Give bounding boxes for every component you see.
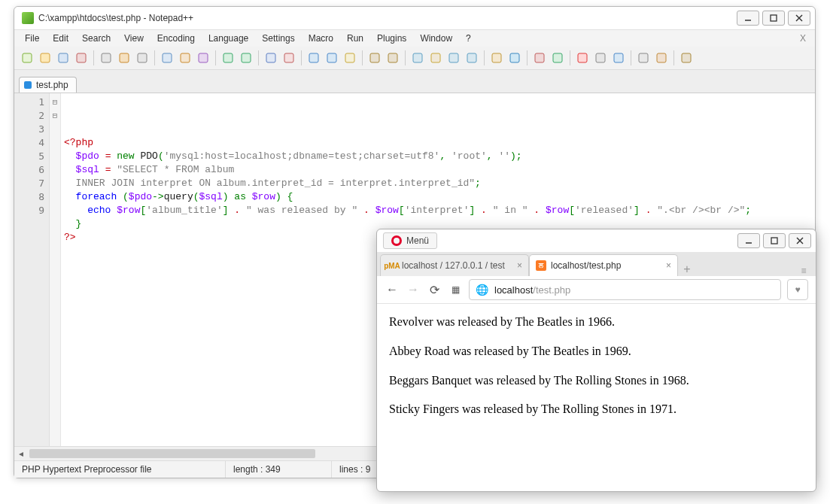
menubar-close-icon[interactable]: X (795, 32, 810, 45)
titlebar[interactable]: C:\xampp\htdocs\test.php - Notepad++ (14, 7, 815, 30)
svg-rect-20 (345, 53, 354, 62)
toolbar-button-5[interactable] (98, 50, 114, 66)
toolbar-button-16[interactable] (263, 50, 279, 66)
file-tab[interactable]: test.php (19, 77, 77, 93)
code-line[interactable]: $pdo = new PDO('mysql:host=localhost;dbn… (64, 150, 810, 163)
toolbar-button-14[interactable] (238, 50, 254, 66)
panels-button[interactable]: ≡ (795, 266, 813, 276)
toolbar-button-24[interactable] (385, 50, 401, 66)
menubar: FileEditSearchViewEncodingLanguageSettin… (14, 30, 815, 47)
toolbar-button-38[interactable] (592, 50, 609, 66)
toolbar-button-11[interactable] (195, 50, 211, 66)
toolbar-button-29[interactable] (464, 50, 480, 66)
scrollbar-thumb[interactable] (29, 449, 315, 458)
svg-rect-36 (682, 53, 691, 62)
toolbar-button-39[interactable] (610, 50, 627, 66)
toolbar-separator (405, 50, 406, 65)
menu-macro[interactable]: Macro (303, 32, 339, 45)
browser-maximize-button[interactable] (763, 233, 786, 248)
bookmark-button[interactable]: ♥ (787, 279, 808, 300)
speed-dial-button[interactable]: ▦ (448, 284, 463, 295)
forward-button[interactable]: → (406, 283, 421, 296)
code-line[interactable]: $sql = "SELECT * FROM album (64, 163, 810, 177)
toolbar-button-23[interactable] (366, 50, 383, 66)
menu-view[interactable]: View (118, 32, 150, 45)
toolbar-separator (527, 50, 527, 65)
toolbar-button-17[interactable] (281, 50, 297, 66)
reload-button[interactable]: ⟳ (427, 283, 442, 297)
tab-close-icon[interactable]: × (666, 260, 671, 271)
toolbar-button-44[interactable] (678, 50, 695, 66)
browser-content: Revolver was released by The Beatles in … (377, 304, 816, 491)
scroll-left-arrow[interactable]: ◂ (14, 447, 28, 460)
toolbar-button-7[interactable] (134, 50, 150, 66)
output-line: Abbey Road was released by The Beatles i… (389, 344, 804, 360)
menu-search[interactable]: Search (76, 32, 117, 45)
tab-close-icon[interactable]: × (517, 260, 522, 271)
browser-tab-1[interactable]: ਲlocalhost/test.php× (529, 254, 678, 276)
maximize-button[interactable] (762, 11, 785, 26)
menu-run[interactable]: Run (341, 32, 369, 45)
code-line[interactable]: <?php (64, 136, 810, 150)
app-icon (22, 12, 34, 24)
code-line[interactable]: INNER JOIN interpret ON album.interpret_… (64, 177, 810, 190)
browser-titlebar[interactable]: Menü (377, 229, 816, 252)
toolbar-separator (93, 50, 94, 65)
code-line[interactable]: echo $row['album_title'] . " was release… (64, 204, 810, 217)
code-line[interactable]: foreach ($pdo->query($sql) as $row) { (64, 190, 810, 204)
back-button[interactable]: ← (385, 283, 400, 296)
svg-rect-11 (163, 53, 172, 62)
toolbar-button-20[interactable] (324, 50, 340, 66)
toolbar-button-6[interactable] (116, 50, 132, 66)
browser-tabstrip: pMAlocalhost / 127.0.0.1 / test×ਲlocalho… (377, 252, 816, 276)
toolbar-button-10[interactable] (177, 50, 193, 66)
toolbar-button-26[interactable] (409, 50, 426, 66)
menu-edit[interactable]: Edit (47, 32, 74, 45)
svg-rect-27 (492, 53, 501, 62)
toolbar-button-35[interactable] (549, 50, 566, 66)
phpmyadmin-favicon: pMA (387, 260, 397, 271)
toolbar-button-41[interactable] (635, 50, 652, 66)
minimize-button[interactable] (737, 11, 759, 26)
toolbar-button-27[interactable] (427, 50, 444, 66)
menu-settings[interactable]: Settings (256, 32, 300, 45)
fold-column[interactable]: ⊟⊟ (50, 93, 61, 446)
menu-plugins[interactable]: Plugins (371, 32, 412, 45)
toolbar-separator (301, 50, 302, 65)
menu-encoding[interactable]: Encoding (151, 32, 201, 45)
toolbar-button-9[interactable] (159, 50, 175, 66)
toolbar-button-3[interactable] (73, 50, 90, 66)
close-button[interactable] (788, 11, 810, 26)
opera-menu-button[interactable]: Menü (383, 232, 437, 249)
svg-rect-30 (553, 53, 562, 62)
toolbar-button-37[interactable] (574, 50, 591, 66)
new-tab-button[interactable]: + (678, 263, 696, 276)
menu-language[interactable]: Language (202, 32, 254, 45)
toolbar-separator (215, 50, 216, 65)
browser-tab-0[interactable]: pMAlocalhost / 127.0.0.1 / test× (380, 254, 529, 276)
browser-close-button[interactable] (789, 233, 811, 248)
toolbar-separator (570, 50, 570, 65)
toolbar-separator (362, 50, 363, 65)
toolbar-button-42[interactable] (653, 50, 670, 66)
xampp-favicon: ਲ (536, 260, 546, 271)
svg-rect-7 (77, 53, 86, 62)
svg-rect-13 (199, 53, 208, 62)
toolbar-separator (631, 50, 631, 65)
browser-minimize-button[interactable] (737, 233, 760, 248)
toolbar-button-1[interactable] (37, 50, 53, 66)
toolbar-button-2[interactable] (55, 50, 71, 66)
svg-rect-4 (23, 53, 32, 62)
toolbar-button-21[interactable] (342, 50, 358, 66)
toolbar-button-28[interactable] (445, 50, 462, 66)
toolbar-button-32[interactable] (506, 50, 523, 66)
menu-window[interactable]: Window (414, 32, 458, 45)
toolbar-button-19[interactable] (306, 50, 322, 66)
menu-?[interactable]: ? (460, 32, 477, 45)
toolbar-button-0[interactable] (19, 50, 35, 66)
toolbar-button-13[interactable] (220, 50, 236, 66)
toolbar-button-34[interactable] (531, 50, 548, 66)
menu-file[interactable]: File (19, 32, 45, 45)
address-bar[interactable]: 🌐 localhost/test.php (469, 279, 781, 300)
toolbar-button-31[interactable] (488, 50, 505, 66)
